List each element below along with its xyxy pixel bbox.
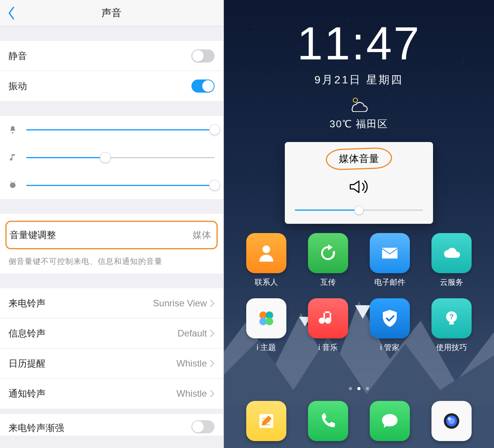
alarm-volume-slider[interactable] bbox=[26, 185, 215, 186]
dock-messages[interactable] bbox=[370, 401, 410, 441]
music-icon bbox=[8, 153, 22, 162]
chevron-right-icon bbox=[210, 360, 215, 367]
app-cloud[interactable]: 云服务 bbox=[426, 233, 477, 287]
camera-icon bbox=[441, 410, 462, 432]
app-transfer[interactable]: 互传 bbox=[303, 233, 353, 287]
ringtone-value: Whistle bbox=[176, 388, 207, 399]
ringtone-label: 日历提醒 bbox=[8, 357, 176, 370]
volume-key-label: 音量键调整 bbox=[10, 229, 193, 241]
phone-icon bbox=[317, 410, 339, 432]
chevron-right-icon bbox=[210, 390, 215, 397]
ringtone-value: Default bbox=[178, 328, 207, 339]
page-indicator[interactable] bbox=[224, 387, 494, 390]
ringtone-value: Whistle bbox=[176, 358, 207, 369]
vibrate-toggle[interactable] bbox=[191, 79, 215, 93]
vibrate-label: 振动 bbox=[8, 80, 191, 92]
mute-label: 静音 bbox=[8, 50, 191, 62]
media-volume-row bbox=[0, 144, 223, 171]
app-mail[interactable]: 电子邮件 bbox=[365, 233, 415, 287]
ringtone-value: Sunrise View bbox=[153, 298, 207, 309]
gradual-ring-row[interactable]: 来电铃声渐强 bbox=[0, 414, 223, 436]
app-label: 联系人 bbox=[241, 277, 291, 287]
ring-volume-slider[interactable] bbox=[26, 129, 215, 130]
ringtone-row[interactable]: 信息铃声Default bbox=[0, 318, 223, 348]
app-label: i 管家 bbox=[365, 342, 415, 353]
flower-icon bbox=[246, 298, 286, 338]
speaker-icon bbox=[295, 178, 423, 197]
app-label: 云服务 bbox=[426, 277, 477, 287]
alarm-icon bbox=[8, 181, 22, 189]
dock-phone[interactable] bbox=[308, 401, 348, 441]
settings-nav: 声音 bbox=[0, 0, 223, 26]
bulb-icon bbox=[431, 298, 472, 338]
app-theme[interactable]: i 主题 bbox=[241, 298, 291, 353]
app-music[interactable]: i 音乐 bbox=[303, 298, 353, 353]
mute-toggle[interactable] bbox=[191, 49, 215, 63]
app-label: 互传 bbox=[303, 277, 353, 287]
mute-row[interactable]: 静音 bbox=[0, 41, 223, 71]
cloud-icon bbox=[431, 233, 472, 273]
ringtone-label: 信息铃声 bbox=[8, 327, 178, 340]
volume-key-row[interactable]: 音量键调整 媒体 bbox=[5, 221, 218, 249]
ringtone-label: 来电铃声 bbox=[8, 297, 153, 309]
app-label: 使用技巧 bbox=[426, 342, 477, 353]
app-manager[interactable]: i 管家 bbox=[365, 298, 415, 353]
gradual-ring-toggle[interactable] bbox=[191, 420, 215, 433]
ringtone-label: 通知铃声 bbox=[8, 387, 176, 400]
app-label: 电子邮件 bbox=[365, 277, 415, 287]
volume-key-footnote: 侧音量键不可控制来电、信息和通知的音量 bbox=[0, 255, 223, 274]
person-icon bbox=[246, 233, 286, 273]
vibrate-row[interactable]: 振动 bbox=[0, 71, 223, 101]
refresh-icon bbox=[308, 233, 348, 273]
bubble-icon bbox=[379, 410, 401, 432]
ringtone-row[interactable]: 通知铃声Whistle bbox=[0, 379, 223, 409]
ringtone-row[interactable]: 来电铃声Sunrise View bbox=[0, 288, 223, 318]
dock-camera[interactable] bbox=[431, 401, 472, 441]
chevron-right-icon bbox=[210, 330, 215, 337]
shield-icon bbox=[370, 298, 410, 338]
bell-icon bbox=[8, 125, 22, 134]
gradual-ring-label: 来电铃声渐强 bbox=[8, 422, 191, 434]
annotation-ellipse bbox=[325, 147, 392, 171]
chevron-right-icon bbox=[210, 299, 215, 307]
volume-hud-slider[interactable] bbox=[295, 210, 423, 211]
mail-icon bbox=[370, 233, 410, 273]
app-contacts[interactable]: 联系人 bbox=[241, 233, 291, 287]
volume-sliders-group bbox=[0, 116, 223, 199]
settings-title: 声音 bbox=[0, 6, 223, 20]
alarm-volume-row bbox=[0, 171, 223, 199]
volume-key-group: 音量键调整 媒体 侧音量键不可控制来电、信息和通知的音量 bbox=[0, 214, 223, 274]
app-tips[interactable]: 使用技巧 bbox=[426, 298, 477, 353]
settings-panel: 声音 静音 振动 bbox=[0, 0, 224, 448]
app-label: i 主题 bbox=[241, 342, 291, 353]
app-label: i 音乐 bbox=[303, 342, 353, 353]
media-volume-slider[interactable] bbox=[26, 157, 215, 158]
note-icon bbox=[308, 298, 348, 338]
ringtone-row[interactable]: 日历提醒Whistle bbox=[0, 348, 223, 379]
volume-hud: 媒体音量 bbox=[285, 142, 433, 224]
app-grid: 联系人互传电子邮件云服务i 主题i 音乐i 管家使用技巧 bbox=[224, 233, 494, 353]
mute-vibrate-group: 静音 振动 bbox=[0, 41, 223, 101]
volume-key-value: 媒体 bbox=[193, 229, 211, 241]
dock bbox=[224, 394, 494, 448]
pencil-icon bbox=[255, 410, 277, 432]
ringtones-group: 来电铃声Sunrise View信息铃声Default日历提醒Whistle通知… bbox=[0, 288, 223, 409]
home-screen: 11:47 9月21日 星期四 30℃ 福田区 媒体音量 联系人互传电子邮件云服… bbox=[224, 0, 494, 448]
dock-notes[interactable] bbox=[246, 401, 286, 441]
ring-volume-row bbox=[0, 116, 223, 144]
